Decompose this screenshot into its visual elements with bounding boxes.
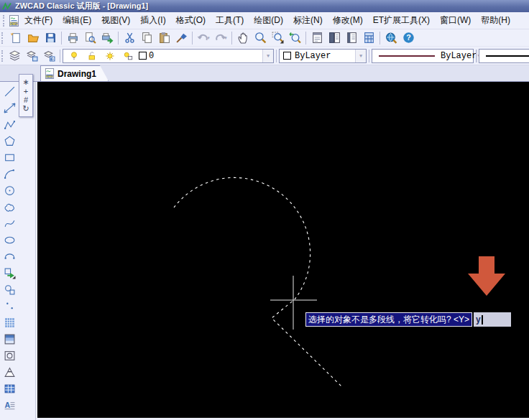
draw-toolbar: A <box>0 82 36 420</box>
multiline-text-button[interactable]: A <box>1 397 18 414</box>
print-icon <box>67 32 79 44</box>
color-select[interactable]: ByLayer ▼ <box>279 49 367 63</box>
open-button[interactable] <box>24 30 42 46</box>
menu-item-express-tools[interactable]: ET扩展工具(X) <box>368 12 435 29</box>
menu-item-modify[interactable]: 修改(M) <box>328 12 368 29</box>
designcenter-button[interactable] <box>326 30 343 46</box>
lineweight-select[interactable]: ByLayer ▼ <box>479 49 529 63</box>
cut-button[interactable] <box>121 30 138 46</box>
menu-item-draw[interactable]: 绘图(D) <box>249 12 288 29</box>
help-button[interactable]: ? <box>400 30 417 46</box>
drawing-canvas[interactable]: 选择的对象不是多段线，将它转化吗? <Y> y <box>37 82 529 418</box>
toolbar-grip[interactable] <box>3 15 6 27</box>
rectangle-icon <box>4 151 16 164</box>
osnap-marker-2-icon[interactable]: + <box>24 87 28 95</box>
chevron-down-icon[interactable]: ▾ <box>207 35 210 41</box>
menu-item-edit[interactable]: 编辑(E) <box>58 12 96 29</box>
print-preview-button[interactable] <box>81 30 98 46</box>
copy-icon <box>141 32 153 44</box>
region-icon <box>4 350 16 362</box>
copy-button[interactable] <box>138 30 155 46</box>
arc-icon <box>4 168 16 180</box>
insert-block-button[interactable] <box>1 265 18 281</box>
menu-item-help[interactable]: 帮助(H) <box>476 12 515 29</box>
tool-palettes-button[interactable] <box>343 30 360 46</box>
bulb-button[interactable] <box>65 48 83 64</box>
menu-item-insert[interactable]: 插入(I) <box>135 12 170 29</box>
match-properties-button[interactable] <box>172 30 190 46</box>
circle-button[interactable] <box>1 182 18 199</box>
rectangle-button[interactable] <box>1 149 18 166</box>
gradient-button[interactable] <box>1 331 18 347</box>
chevron-down-icon[interactable]: ▼ <box>262 50 273 62</box>
region-button[interactable] <box>1 347 18 364</box>
lock-open-button[interactable] <box>83 48 101 64</box>
properties-button[interactable] <box>308 30 326 46</box>
osnap-marker-3-icon[interactable]: # <box>24 95 28 104</box>
draw-toolbar-buttons: A <box>1 83 18 414</box>
ellipse-arc-button[interactable] <box>1 248 18 265</box>
toolbar-grip[interactable] <box>1 32 4 44</box>
layer-previous-button[interactable] <box>40 48 58 64</box>
menu-item-view[interactable]: 视图(V) <box>96 12 135 29</box>
wipeout-icon <box>4 366 16 378</box>
wipeout-button[interactable] <box>1 364 18 381</box>
layer-select[interactable]: 0 ▼ <box>63 49 274 63</box>
chevron-down-icon[interactable]: ▼ <box>355 50 366 62</box>
publish-button[interactable] <box>98 30 116 46</box>
sun-button[interactable] <box>101 48 119 64</box>
print-button[interactable] <box>64 30 81 46</box>
spline-button[interactable] <box>1 215 18 232</box>
toolbar-separator <box>380 32 380 45</box>
save-button[interactable] <box>42 30 59 46</box>
make-block-button[interactable] <box>1 281 18 298</box>
tab-drawing1[interactable]: DWG Drawing1 <box>40 65 109 81</box>
selected-polyline-entity[interactable] <box>174 177 341 386</box>
polygon-button[interactable] <box>1 133 18 149</box>
osnap-marker-1-icon[interactable]: ∗ <box>22 78 29 87</box>
line-button[interactable] <box>1 83 18 100</box>
layer-states-icon <box>26 50 38 62</box>
quick-calc-button[interactable] <box>360 30 377 46</box>
layer-color-swatch <box>139 52 147 60</box>
ellipse-button[interactable] <box>1 232 18 248</box>
menu-item-dimension[interactable]: 标注(N) <box>288 12 328 29</box>
pan-button[interactable] <box>234 30 252 46</box>
menu-item-file[interactable]: 文件(F) <box>19 12 58 29</box>
hatch-button[interactable] <box>1 314 18 331</box>
redo-button[interactable]: ▾ <box>212 30 229 46</box>
menu-item-tools[interactable]: 工具(T) <box>211 12 249 29</box>
construction-line-icon <box>4 102 16 114</box>
plot-sun-button[interactable] <box>119 48 137 64</box>
online-search-button[interactable] <box>382 30 400 46</box>
table-button[interactable] <box>1 381 18 397</box>
save-icon <box>45 32 57 44</box>
linetype-select[interactable]: ByLayer ▼ <box>372 49 474 63</box>
osnap-marker-4-icon[interactable]: ↻ <box>22 104 29 113</box>
toolbar-grip[interactable] <box>1 50 3 62</box>
polyline-button[interactable] <box>1 116 18 133</box>
zoom-realtime-icon <box>254 32 267 44</box>
layer-properties-button[interactable] <box>6 48 23 64</box>
revision-cloud-button[interactable] <box>1 199 18 215</box>
chevron-down-icon[interactable]: ▾ <box>224 35 227 41</box>
zoom-window-button[interactable] <box>269 30 286 46</box>
menu-item-format[interactable]: 格式(O) <box>171 12 211 29</box>
match-properties-icon <box>175 32 188 44</box>
polyline-icon <box>4 118 16 131</box>
toolbar-separator <box>305 32 306 45</box>
undo-button[interactable]: ▾ <box>195 30 212 46</box>
zoom-realtime-button[interactable] <box>252 30 269 46</box>
dwg-document-icon[interactable]: DWG <box>9 15 19 27</box>
arc-button[interactable] <box>1 166 18 182</box>
zoom-previous-button[interactable] <box>286 30 303 46</box>
layer-states-button[interactable] <box>23 48 40 64</box>
new-file-button[interactable] <box>7 30 24 46</box>
paste-button[interactable] <box>155 30 172 46</box>
designcenter-icon <box>328 32 341 44</box>
construction-line-button[interactable] <box>1 100 18 116</box>
menu-item-window[interactable]: 窗口(W) <box>435 12 476 29</box>
prompt-input[interactable]: y <box>474 312 511 327</box>
point-button[interactable] <box>1 298 18 314</box>
toolbar-separator <box>60 50 60 62</box>
